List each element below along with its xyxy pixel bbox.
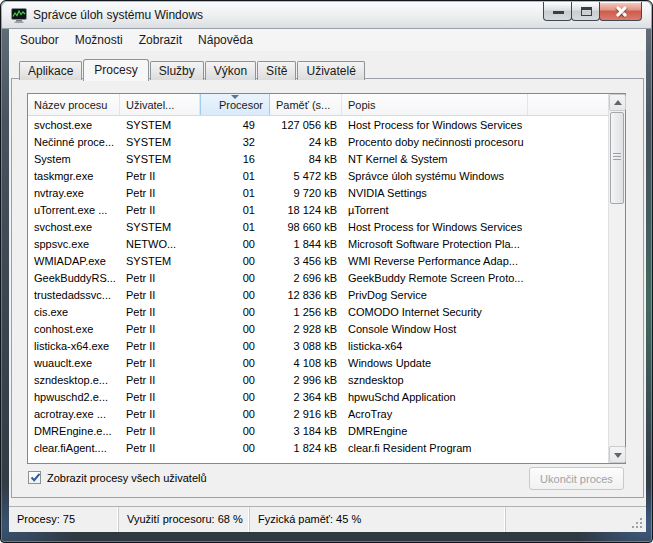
process-row[interactable]: GeekBuddyRS...Petr II002 696 kBGeekBuddy… (28, 270, 608, 287)
process-user-cell: SYSTEM (120, 117, 200, 134)
resize-grip-icon[interactable] (640, 526, 642, 528)
titlebar[interactable]: Správce úloh systému Windows (2, 2, 651, 29)
column-header-user[interactable]: Uživatel... (120, 94, 200, 115)
process-filler-cell (528, 151, 608, 168)
process-cpu-cell: 00 (200, 440, 270, 457)
process-user-cell: Petr II (120, 440, 200, 457)
process-row[interactable]: sppsvc.exeNETWO...001 844 kBMicrosoft So… (28, 236, 608, 253)
process-filler-cell (528, 270, 608, 287)
process-name-cell: taskmgr.exe (28, 168, 120, 185)
process-name-cell: sppsvc.exe (28, 236, 120, 253)
process-desc-cell: Microsoft Software Protection Pla... (342, 236, 528, 253)
process-row[interactable]: acrotray.exe ...Petr II002 916 kBAcroTra… (28, 406, 608, 423)
process-cpu-cell: 00 (200, 321, 270, 338)
process-filler-cell (528, 253, 608, 270)
process-user-cell: SYSTEM (120, 134, 200, 151)
process-mem-cell: 3 184 kB (270, 423, 342, 440)
process-cpu-cell: 00 (200, 389, 270, 406)
process-mem-cell: 12 836 kB (270, 287, 342, 304)
maximize-button[interactable] (571, 2, 600, 21)
process-cpu-cell: 01 (200, 219, 270, 236)
process-desc-cell: GeekBuddy Remote Screen Proto... (342, 270, 528, 287)
tab-procesy[interactable]: Procesy (83, 59, 148, 81)
process-cpu-cell: 00 (200, 423, 270, 440)
close-button[interactable] (599, 2, 642, 21)
process-name-cell: hpwuschd2.e... (28, 389, 120, 406)
process-row[interactable]: trustedadssvc...Petr II0012 836 kBPrivDo… (28, 287, 608, 304)
process-cpu-cell: 00 (200, 304, 270, 321)
process-user-cell: NETWO... (120, 236, 200, 253)
process-desc-cell: Správce úloh systému Windows (342, 168, 528, 185)
tab-uzivatele[interactable]: Uživatelé (297, 61, 364, 80)
process-mem-cell: 2 916 kB (270, 406, 342, 423)
column-header-memory[interactable]: Paměť (s... (270, 94, 342, 115)
process-row[interactable]: wuauclt.exePetr II004 108 kBWindows Upda… (28, 355, 608, 372)
vertical-scrollbar[interactable] (608, 94, 625, 463)
menu-item-soubor[interactable]: Soubor (12, 30, 67, 50)
process-filler-cell (528, 372, 608, 389)
process-name-cell: svchost.exe (28, 219, 120, 236)
process-mem-cell: 84 kB (270, 151, 342, 168)
process-row[interactable]: clear.fiAgent....Petr II001 824 kBclear.… (28, 440, 608, 457)
process-row[interactable]: svchost.exeSYSTEM0198 660 kBHost Process… (28, 219, 608, 236)
tab-site[interactable]: Sítě (257, 61, 296, 80)
process-mem-cell: 2 996 kB (270, 372, 342, 389)
tab-sluzby[interactable]: Služby (150, 61, 204, 80)
process-cpu-cell: 00 (200, 270, 270, 287)
scroll-down-button[interactable] (609, 446, 626, 463)
process-row[interactable]: conhost.exePetr II002 928 kBConsole Wind… (28, 321, 608, 338)
menu-item-napoveda[interactable]: Nápověda (190, 30, 261, 50)
column-header-name[interactable]: Název procesu (28, 94, 120, 115)
scroll-up-button[interactable] (609, 94, 626, 111)
process-filler-cell (528, 440, 608, 457)
window-title: Správce úloh systému Windows (33, 8, 203, 22)
process-row[interactable]: svchost.exeSYSTEM49127 056 kBHost Proces… (28, 117, 608, 134)
dialog-body: Soubor Možnosti Zobrazit Nápověda Aplika… (9, 29, 646, 532)
process-mem-cell: 1 824 kB (270, 440, 342, 457)
process-row[interactable]: DMREngine.e...Petr II003 184 kBDMREngine (28, 423, 608, 440)
tab-vykon[interactable]: Výkon (205, 61, 256, 80)
process-row[interactable]: taskmgr.exePetr II015 472 kBSprávce úloh… (28, 168, 608, 185)
process-user-cell: Petr II (120, 406, 200, 423)
show-all-users-option[interactable]: Zobrazit procesy všech uživatelů (28, 471, 207, 484)
process-mem-cell: 5 472 kB (270, 168, 342, 185)
process-name-cell: clear.fiAgent.... (28, 440, 120, 457)
checkbox-checked-icon[interactable] (28, 471, 41, 484)
process-desc-cell: listicka-x64 (342, 338, 528, 355)
process-filler-cell (528, 355, 608, 372)
end-process-button[interactable]: Ukončit proces (529, 467, 624, 490)
process-user-cell: Petr II (120, 270, 200, 287)
process-row[interactable]: SystemSYSTEM1684 kBNT Kernel & System (28, 151, 608, 168)
process-row[interactable]: Nečinné proce...SYSTEM3224 kBProcento do… (28, 134, 608, 151)
process-filler-cell (528, 423, 608, 440)
status-empty-panel (506, 507, 646, 532)
process-mem-cell: 1 256 kB (270, 304, 342, 321)
column-header-filler (528, 94, 608, 115)
process-list-body: svchost.exeSYSTEM49127 056 kBHost Proces… (28, 117, 608, 463)
process-row[interactable]: hpwuschd2.e...Petr II002 364 kBhpwuSchd … (28, 389, 608, 406)
process-desc-cell: NVIDIA Settings (342, 185, 528, 202)
process-row[interactable]: listicka-x64.exePetr II003 088 kBlistick… (28, 338, 608, 355)
process-row[interactable]: nvtray.exePetr II019 720 kBNVIDIA Settin… (28, 185, 608, 202)
column-header-cpu[interactable]: Procesor (200, 94, 270, 115)
process-row[interactable]: cis.exePetr II001 256 kBCOMODO Internet … (28, 304, 608, 321)
menu-item-moznosti[interactable]: Možnosti (67, 30, 131, 50)
scrollbar-thumb[interactable] (610, 112, 624, 204)
process-row[interactable]: WMIADAP.exeSYSTEM003 456 kBWMI Reverse P… (28, 253, 608, 270)
process-mem-cell: 2 928 kB (270, 321, 342, 338)
processes-tab-panel: Název procesu Uživatel... Procesor Paměť… (11, 78, 644, 498)
process-name-cell: uTorrent.exe ... (28, 202, 120, 219)
process-desc-cell: Windows Update (342, 355, 528, 372)
status-processes: Procesy: 75 (9, 507, 119, 532)
column-header-description[interactable]: Popis (342, 94, 528, 115)
tab-aplikace[interactable]: Aplikace (19, 61, 82, 80)
process-row[interactable]: szndesktop.e...Petr II002 996 kBszndeskt… (28, 372, 608, 389)
process-row[interactable]: uTorrent.exe ...Petr II0118 124 kBµTorre… (28, 202, 608, 219)
process-user-cell: Petr II (120, 338, 200, 355)
minimize-button[interactable] (543, 2, 572, 21)
process-name-cell: Nečinné proce... (28, 134, 120, 151)
process-user-cell: Petr II (120, 355, 200, 372)
menu-item-zobrazit[interactable]: Zobrazit (131, 30, 190, 50)
process-name-cell: cis.exe (28, 304, 120, 321)
process-desc-cell: szndesktop (342, 372, 528, 389)
